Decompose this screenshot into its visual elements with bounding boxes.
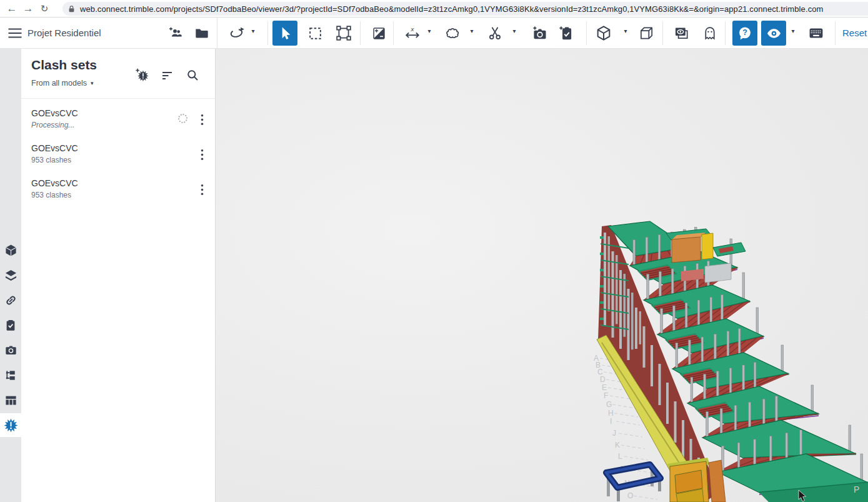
- clash-panel: Clash sets From all models ▾ GOEvsCVC Pr…: [21, 49, 216, 502]
- row-menu-button[interactable]: [201, 149, 204, 163]
- toolbar-divider: [586, 21, 587, 45]
- toolbar-divider: [725, 21, 726, 45]
- svg-text:L: L: [618, 452, 622, 461]
- view-cube-caret[interactable]: ▾: [621, 28, 630, 34]
- rail-clash-button[interactable]: [0, 413, 21, 437]
- clash-set-name: GOEvsCVC: [31, 143, 205, 153]
- toolbar-divider: [267, 21, 268, 45]
- rail-models-button[interactable]: [0, 238, 21, 262]
- rail-table-button[interactable]: [0, 388, 21, 412]
- svg-text:K: K: [615, 441, 620, 449]
- toolbar-divider: [360, 21, 361, 45]
- model-scope-dropdown[interactable]: From all models ▾: [31, 79, 93, 88]
- panel-title: Clash sets: [31, 58, 97, 73]
- folder-button[interactable]: [190, 22, 212, 44]
- svg-text:H: H: [608, 409, 614, 418]
- 3d-viewport[interactable]: ABCDEFGHIJKLMNO: [216, 49, 868, 502]
- orbit-tool-caret[interactable]: ▾: [249, 28, 257, 34]
- svg-text:D: D: [600, 375, 606, 384]
- processing-spinner: [178, 114, 187, 123]
- svg-text:J: J: [612, 429, 616, 438]
- model-scope-label: From all models: [31, 79, 87, 88]
- rail-layers-button[interactable]: [0, 263, 21, 287]
- chevron-down-icon: ▾: [91, 80, 94, 86]
- project-title: Projet Residentiel: [27, 28, 101, 38]
- exposure-button[interactable]: [367, 22, 390, 44]
- add-clash-set-button[interactable]: [135, 68, 150, 83]
- rail-views-button[interactable]: [0, 338, 21, 362]
- orbit-tool-button[interactable]: [225, 22, 247, 44]
- transform-select-button[interactable]: [332, 22, 355, 44]
- svg-text:G: G: [606, 400, 612, 409]
- add-people-button[interactable]: [164, 22, 186, 44]
- markup-cloud-caret[interactable]: ▾: [467, 28, 476, 34]
- rail-links-button[interactable]: [0, 288, 21, 312]
- rail-hierarchy-button[interactable]: [0, 363, 21, 387]
- clash-set-status: 953 clashes: [31, 191, 205, 199]
- address-bar[interactable]: web.connect.trimble.com/projects/SDf7odb…: [62, 2, 868, 16]
- toolbar-divider: [662, 21, 663, 45]
- select-tool-button[interactable]: [272, 21, 297, 46]
- section-cut-button[interactable]: [484, 22, 506, 44]
- clash-set-row[interactable]: GOEvsCVC Processing...: [21, 103, 215, 138]
- row-menu-button[interactable]: [201, 184, 204, 198]
- help-button[interactable]: ?: [732, 21, 757, 46]
- toolbar-divider: [835, 21, 836, 45]
- measure-tool-button[interactable]: x: [401, 22, 424, 44]
- browser-forward-button[interactable]: →: [20, 1, 36, 17]
- url-text: web.connect.trimble.com/projects/SDf7odb…: [80, 4, 824, 14]
- search-button[interactable]: [185, 68, 200, 83]
- clash-set-name: GOEvsCVC: [31, 178, 205, 188]
- reset-button[interactable]: Reset: [839, 27, 868, 39]
- markup-cloud-button[interactable]: [441, 22, 464, 44]
- svg-text:?: ?: [742, 28, 747, 37]
- left-icon-rail: [0, 49, 21, 502]
- ground-plane-button[interactable]: [805, 22, 827, 44]
- lock-icon: [67, 4, 76, 13]
- add-todo-button[interactable]: [555, 22, 577, 44]
- snapshot-button[interactable]: [529, 22, 551, 44]
- app-toolbar: Projet Residentiel ▾ x ▾ ▾ ▾: [0, 18, 868, 49]
- clash-panel-header: Clash sets From all models ▾: [21, 49, 215, 99]
- grid-label-p: P: [854, 484, 859, 494]
- visibility-caret[interactable]: ▾: [789, 28, 797, 34]
- section-cut-caret[interactable]: ▾: [510, 28, 519, 34]
- clash-set-status: Processing...: [31, 121, 205, 129]
- ghost-mode-button[interactable]: [699, 22, 721, 44]
- svg-text:I: I: [610, 417, 612, 426]
- view-cube-button[interactable]: [592, 22, 615, 44]
- measure-tool-caret[interactable]: ▾: [425, 28, 434, 34]
- browser-chrome: ← → ↻ web.connect.trimble.com/projects/S…: [0, 0, 868, 18]
- svg-text:F: F: [604, 391, 608, 400]
- svg-text:E: E: [602, 383, 607, 392]
- layered-view-button[interactable]: [670, 22, 692, 44]
- clash-set-status: 953 clashes: [31, 156, 205, 164]
- row-menu-button[interactable]: [201, 114, 204, 128]
- svg-text:x: x: [411, 26, 415, 33]
- rail-todo-button[interactable]: [0, 313, 21, 337]
- marquee-select-button[interactable]: [304, 22, 326, 44]
- visibility-button[interactable]: [761, 21, 786, 46]
- hamburger-menu-button[interactable]: [7, 26, 22, 42]
- box-view-button[interactable]: [635, 22, 657, 44]
- toolbar-divider: [217, 18, 217, 49]
- sort-button[interactable]: [160, 68, 175, 83]
- clash-list: GOEvsCVC Processing... GOEvsCVC 953 clas…: [21, 99, 215, 208]
- clash-set-row[interactable]: GOEvsCVC 953 clashes: [21, 138, 215, 173]
- svg-text:O: O: [627, 491, 633, 500]
- toolbar-divider: [393, 21, 394, 45]
- browser-reload-button[interactable]: ↻: [36, 1, 52, 17]
- browser-back-button[interactable]: ←: [4, 1, 20, 17]
- clash-set-row[interactable]: GOEvsCVC 953 clashes: [21, 173, 215, 208]
